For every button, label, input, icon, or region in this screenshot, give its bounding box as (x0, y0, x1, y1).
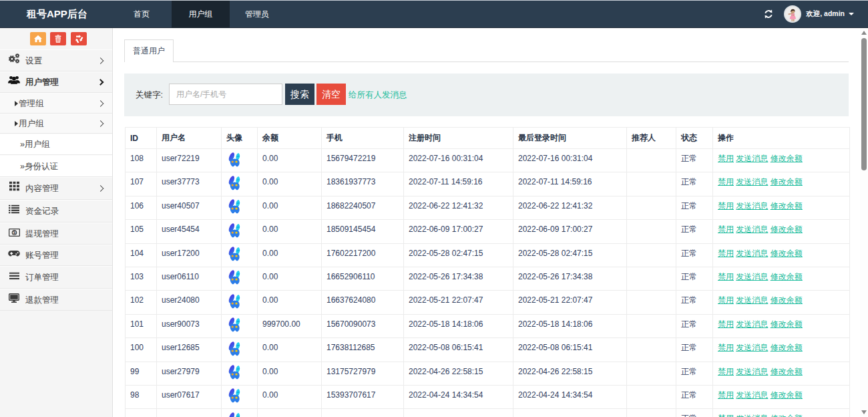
svg-text:$: $ (13, 230, 15, 235)
